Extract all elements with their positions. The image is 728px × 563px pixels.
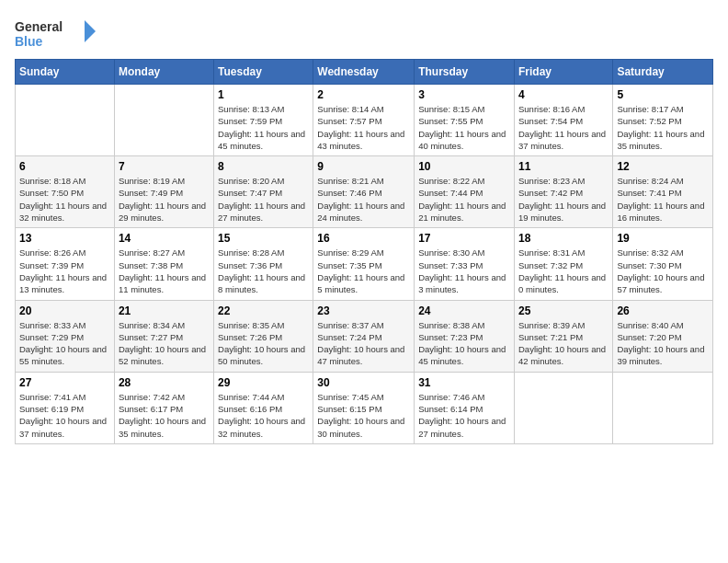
calendar-week-row: 27Sunrise: 7:41 AMSunset: 6:19 PMDayligh… — [16, 372, 713, 443]
col-header-wednesday: Wednesday — [313, 60, 415, 85]
day-number: 16 — [317, 232, 410, 245]
day-number: 17 — [418, 232, 510, 245]
day-info: Sunrise: 8:21 AMSunset: 7:46 PMDaylight:… — [317, 175, 410, 224]
day-number: 11 — [518, 160, 609, 173]
calendar-header-row: SundayMondayTuesdayWednesdayThursdayFrid… — [16, 60, 713, 85]
calendar-cell: 22Sunrise: 8:35 AMSunset: 7:26 PMDayligh… — [214, 300, 313, 372]
day-info: Sunrise: 8:38 AMSunset: 7:23 PMDaylight:… — [418, 319, 510, 368]
day-info: Sunrise: 7:41 AMSunset: 6:19 PMDaylight:… — [19, 391, 110, 440]
calendar-week-row: 1Sunrise: 8:13 AMSunset: 7:59 PMDaylight… — [16, 85, 713, 156]
day-number: 18 — [518, 232, 609, 245]
day-number: 2 — [317, 88, 410, 101]
calendar-cell: 10Sunrise: 8:22 AMSunset: 7:44 PMDayligh… — [415, 156, 515, 228]
day-number: 3 — [418, 88, 510, 101]
day-number: 10 — [418, 160, 510, 173]
day-info: Sunrise: 8:15 AMSunset: 7:55 PMDaylight:… — [418, 103, 510, 152]
day-number: 28 — [119, 376, 210, 389]
day-number: 23 — [317, 304, 410, 317]
day-number: 25 — [518, 304, 609, 317]
col-header-thursday: Thursday — [415, 60, 515, 85]
calendar-cell: 1Sunrise: 8:13 AMSunset: 7:59 PMDaylight… — [214, 85, 313, 156]
day-number: 29 — [218, 376, 309, 389]
day-info: Sunrise: 8:24 AMSunset: 7:41 PMDaylight:… — [617, 175, 709, 224]
day-info: Sunrise: 8:19 AMSunset: 7:49 PMDaylight:… — [119, 175, 210, 224]
day-info: Sunrise: 8:33 AMSunset: 7:29 PMDaylight:… — [19, 319, 110, 368]
calendar-cell: 16Sunrise: 8:29 AMSunset: 7:35 PMDayligh… — [313, 228, 415, 300]
svg-text:General: General — [15, 19, 63, 34]
day-info: Sunrise: 8:30 AMSunset: 7:33 PMDaylight:… — [418, 247, 510, 295]
col-header-monday: Monday — [114, 60, 213, 85]
day-number: 27 — [19, 376, 110, 389]
day-info: Sunrise: 8:40 AMSunset: 7:20 PMDaylight:… — [617, 319, 709, 368]
calendar-cell: 14Sunrise: 8:27 AMSunset: 7:38 PMDayligh… — [114, 228, 213, 300]
day-info: Sunrise: 7:42 AMSunset: 6:17 PMDaylight:… — [119, 391, 210, 440]
calendar-cell: 31Sunrise: 7:46 AMSunset: 6:14 PMDayligh… — [415, 372, 515, 443]
day-number: 31 — [418, 376, 510, 389]
calendar-cell: 4Sunrise: 8:16 AMSunset: 7:54 PMDaylight… — [514, 85, 612, 156]
day-info: Sunrise: 8:18 AMSunset: 7:50 PMDaylight:… — [19, 175, 110, 224]
day-info: Sunrise: 8:23 AMSunset: 7:42 PMDaylight:… — [518, 175, 609, 224]
calendar-cell: 28Sunrise: 7:42 AMSunset: 6:17 PMDayligh… — [114, 372, 213, 443]
day-info: Sunrise: 8:35 AMSunset: 7:26 PMDaylight:… — [218, 319, 309, 368]
day-number: 15 — [218, 232, 309, 245]
day-number: 14 — [119, 232, 210, 245]
calendar-cell: 8Sunrise: 8:20 AMSunset: 7:47 PMDaylight… — [214, 156, 313, 228]
calendar-cell: 19Sunrise: 8:32 AMSunset: 7:30 PMDayligh… — [613, 228, 713, 300]
calendar-cell — [114, 85, 213, 156]
day-info: Sunrise: 8:20 AMSunset: 7:47 PMDaylight:… — [218, 175, 309, 224]
day-number: 5 — [617, 88, 709, 101]
day-number: 22 — [218, 304, 309, 317]
calendar-cell: 24Sunrise: 8:38 AMSunset: 7:23 PMDayligh… — [415, 300, 515, 372]
day-info: Sunrise: 8:39 AMSunset: 7:21 PMDaylight:… — [518, 319, 609, 368]
calendar-cell: 13Sunrise: 8:26 AMSunset: 7:39 PMDayligh… — [16, 228, 115, 300]
calendar-cell: 30Sunrise: 7:45 AMSunset: 6:15 PMDayligh… — [313, 372, 415, 443]
calendar-cell — [16, 85, 115, 156]
day-info: Sunrise: 8:22 AMSunset: 7:44 PMDaylight:… — [418, 175, 510, 224]
day-info: Sunrise: 8:14 AMSunset: 7:57 PMDaylight:… — [317, 103, 410, 152]
calendar-cell: 11Sunrise: 8:23 AMSunset: 7:42 PMDayligh… — [514, 156, 612, 228]
calendar-week-row: 20Sunrise: 8:33 AMSunset: 7:29 PMDayligh… — [16, 300, 713, 372]
day-number: 9 — [317, 160, 410, 173]
day-info: Sunrise: 8:26 AMSunset: 7:39 PMDaylight:… — [19, 247, 110, 295]
calendar-cell: 7Sunrise: 8:19 AMSunset: 7:49 PMDaylight… — [114, 156, 213, 228]
day-number: 12 — [617, 160, 709, 173]
calendar-week-row: 13Sunrise: 8:26 AMSunset: 7:39 PMDayligh… — [16, 228, 713, 300]
svg-marker-2 — [85, 20, 96, 42]
day-number: 8 — [218, 160, 309, 173]
day-number: 4 — [518, 88, 609, 101]
calendar-cell: 17Sunrise: 8:30 AMSunset: 7:33 PMDayligh… — [415, 228, 515, 300]
calendar-cell: 25Sunrise: 8:39 AMSunset: 7:21 PMDayligh… — [514, 300, 612, 372]
col-header-saturday: Saturday — [613, 60, 713, 85]
day-info: Sunrise: 7:46 AMSunset: 6:14 PMDaylight:… — [418, 391, 510, 440]
day-info: Sunrise: 8:32 AMSunset: 7:30 PMDaylight:… — [617, 247, 709, 295]
calendar-cell: 6Sunrise: 8:18 AMSunset: 7:50 PMDaylight… — [16, 156, 115, 228]
logo-svg: General Blue — [15, 15, 97, 52]
col-header-sunday: Sunday — [16, 60, 115, 85]
day-info: Sunrise: 8:16 AMSunset: 7:54 PMDaylight:… — [518, 103, 609, 152]
calendar-cell: 29Sunrise: 7:44 AMSunset: 6:16 PMDayligh… — [214, 372, 313, 443]
day-info: Sunrise: 7:44 AMSunset: 6:16 PMDaylight:… — [218, 391, 309, 440]
calendar-cell: 3Sunrise: 8:15 AMSunset: 7:55 PMDaylight… — [415, 85, 515, 156]
day-number: 20 — [19, 304, 110, 317]
calendar-cell: 2Sunrise: 8:14 AMSunset: 7:57 PMDaylight… — [313, 85, 415, 156]
calendar-cell: 21Sunrise: 8:34 AMSunset: 7:27 PMDayligh… — [114, 300, 213, 372]
day-info: Sunrise: 7:45 AMSunset: 6:15 PMDaylight:… — [317, 391, 410, 440]
calendar-cell: 18Sunrise: 8:31 AMSunset: 7:32 PMDayligh… — [514, 228, 612, 300]
page-header: General Blue — [15, 15, 713, 52]
day-info: Sunrise: 8:17 AMSunset: 7:52 PMDaylight:… — [617, 103, 709, 152]
calendar-week-row: 6Sunrise: 8:18 AMSunset: 7:50 PMDaylight… — [16, 156, 713, 228]
calendar-table: SundayMondayTuesdayWednesdayThursdayFrid… — [15, 59, 713, 444]
calendar-cell: 23Sunrise: 8:37 AMSunset: 7:24 PMDayligh… — [313, 300, 415, 372]
calendar-cell: 5Sunrise: 8:17 AMSunset: 7:52 PMDaylight… — [613, 85, 713, 156]
calendar-cell: 9Sunrise: 8:21 AMSunset: 7:46 PMDaylight… — [313, 156, 415, 228]
day-info: Sunrise: 8:13 AMSunset: 7:59 PMDaylight:… — [218, 103, 309, 152]
calendar-cell: 27Sunrise: 7:41 AMSunset: 6:19 PMDayligh… — [16, 372, 115, 443]
calendar-cell: 20Sunrise: 8:33 AMSunset: 7:29 PMDayligh… — [16, 300, 115, 372]
logo: General Blue — [15, 15, 97, 52]
calendar-cell: 26Sunrise: 8:40 AMSunset: 7:20 PMDayligh… — [613, 300, 713, 372]
col-header-friday: Friday — [514, 60, 612, 85]
day-number: 6 — [19, 160, 110, 173]
col-header-tuesday: Tuesday — [214, 60, 313, 85]
calendar-cell — [613, 372, 713, 443]
day-number: 26 — [617, 304, 709, 317]
